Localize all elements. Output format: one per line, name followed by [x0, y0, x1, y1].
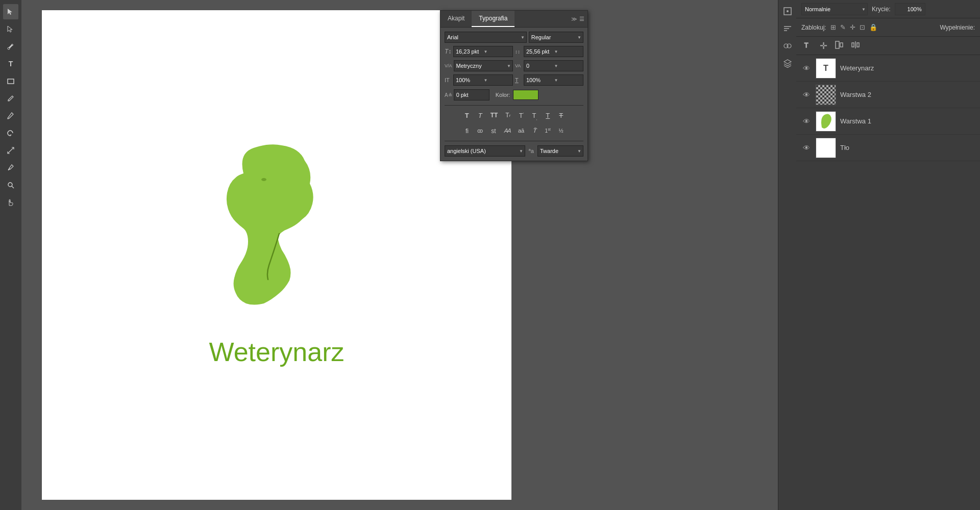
layer-weterynarz-name: Weterynarz: [840, 64, 975, 72]
fmt-ae[interactable]: Ꜳ: [502, 126, 512, 136]
leading-value: 25,56 pkt: [526, 48, 554, 55]
fmt-loop[interactable]: ꝏ: [476, 126, 485, 136]
pencil-tool[interactable]: [3, 91, 18, 106]
panel-menu-icon[interactable]: ☰: [579, 16, 584, 22]
align-tool-btn[interactable]: [780, 21, 795, 36]
lock-label: Zablokuj:: [801, 24, 826, 31]
scale-h-icon: T: [515, 77, 522, 83]
direct-select-tool[interactable]: [3, 21, 18, 37]
layer-warstwa2[interactable]: 👁 Warstwa 2: [796, 82, 980, 108]
fmt-st[interactable]: st: [489, 126, 498, 136]
lock-artboard-icon[interactable]: ⊡: [860, 23, 865, 31]
zoom-tool[interactable]: [3, 177, 18, 193]
font-size-arrow: ▼: [484, 49, 512, 54]
lock-pen-icon[interactable]: ✎: [840, 23, 846, 31]
layer-tlo[interactable]: 👁 Tło: [796, 135, 980, 161]
layer-warstwa1-name: Warstwa 1: [840, 117, 975, 125]
distribute-icon[interactable]: [849, 39, 862, 53]
blend-mode-select[interactable]: Normalnie Mnożenie Ekran: [801, 3, 868, 15]
opacity-input[interactable]: [895, 3, 925, 15]
svg-point-7: [787, 10, 789, 12]
rectangle-tool[interactable]: [3, 73, 18, 89]
color-mode-btn[interactable]: [780, 39, 795, 53]
move-tool-icon[interactable]: ✛: [818, 39, 829, 53]
hyphen-select-wrapper: Twarde Automatyczne ▼: [537, 145, 583, 157]
fmt-aa[interactable]: aā: [517, 126, 526, 136]
fmt-strikethrough[interactable]: T: [556, 111, 566, 121]
leading-field: ↕↕ 25,56 pkt ▼: [515, 46, 583, 57]
tab-typografia[interactable]: Typografia: [472, 11, 514, 27]
layer-warstwa2-thumb-content: [816, 85, 836, 105]
lock-all-icon[interactable]: 🔒: [869, 23, 877, 31]
fmt-superscript[interactable]: T': [517, 111, 526, 121]
scale-v-arrow: ▼: [484, 78, 512, 83]
font-size-input-wrapper[interactable]: 16,23 pkt ▼: [453, 46, 513, 57]
fmt-fi[interactable]: fi: [462, 126, 472, 136]
eyedropper-tool[interactable]: [3, 160, 18, 175]
leading-input-wrapper[interactable]: 25,56 pkt ▼: [524, 46, 583, 57]
transform-icon-1[interactable]: T: [801, 39, 815, 53]
select-tool[interactable]: [3, 4, 18, 19]
fmt-allcaps[interactable]: TT: [489, 111, 500, 121]
language-select[interactable]: angielski (USA): [445, 145, 525, 157]
transform-tool-btn[interactable]: [780, 4, 795, 18]
fmt-smallcaps[interactable]: Tr: [503, 111, 512, 121]
layer-tlo-thumb: [816, 138, 836, 158]
typography-panel: Akapit Typografia ≫ ☰ Arial ▼: [440, 10, 588, 161]
font-family-wrapper: Arial ▼: [445, 32, 527, 43]
layer-weterynarz[interactable]: 👁 T Weterynarz: [796, 55, 980, 82]
layer-weterynarz-visibility[interactable]: 👁: [801, 64, 812, 72]
layer-warstwa1-visibility[interactable]: 👁: [801, 117, 812, 125]
color-swatch[interactable]: [513, 90, 538, 100]
scale-tool[interactable]: [3, 143, 18, 158]
layer-warstwa1[interactable]: 👁 Warstwa 1: [796, 108, 980, 135]
panel-expand-icon[interactable]: ≫: [571, 16, 577, 22]
layer-tlo-thumb-content: [816, 138, 836, 158]
hyphen-select[interactable]: Twarde Automatyczne: [537, 145, 583, 157]
baseline-field: A≗ 0 pkt: [445, 89, 489, 100]
scale-h-field: T 100% ▼: [515, 74, 583, 86]
font-style-select[interactable]: Regular Bold Italic: [529, 32, 583, 43]
layer-tlo-visibility[interactable]: 👁: [801, 144, 812, 152]
divider-1: [445, 105, 583, 106]
leading-icon: ↕↕: [515, 49, 522, 55]
baseline-input[interactable]: 0 pkt: [454, 89, 489, 100]
layers-panel-btn[interactable]: [780, 56, 795, 70]
hand-tool[interactable]: [3, 195, 18, 210]
scale-row: IT 100% ▼ T 100% ▼: [445, 74, 583, 86]
tab-akapit[interactable]: Akapit: [440, 11, 472, 27]
panel-body: Arial ▼ Regular Bold Italic ▼: [440, 28, 587, 161]
fmt-ordinal[interactable]: 1st: [543, 126, 552, 136]
main-area: Weterynarz Akapit Typografia ≫ ☰ Arial: [21, 0, 778, 510]
baseline-icon: A≗: [445, 92, 452, 98]
fmt-subscript[interactable]: T,: [530, 111, 539, 121]
layer-tlo-name: Tło: [840, 144, 975, 151]
baseline-value: 0 pkt: [456, 92, 488, 98]
tracking-select[interactable]: Metryczny: [454, 60, 513, 71]
layer-weterynarz-thumb: T: [816, 58, 836, 79]
mode-select-wrapper: Normalnie Mnożenie Ekran ▼: [801, 3, 868, 15]
kerning-input-wrapper[interactable]: 0 ▼: [524, 60, 583, 71]
font-family-select[interactable]: Arial: [445, 32, 527, 43]
fmt-bold-t[interactable]: T: [462, 111, 472, 121]
pen-tool[interactable]: [3, 39, 18, 54]
brush-tool[interactable]: [3, 108, 18, 123]
mode-opacity-bar: Normalnie Mnożenie Ekran ▼ Krycie:: [796, 0, 980, 18]
svg-rect-11: [836, 41, 839, 48]
fmt-fraction[interactable]: ½: [556, 126, 566, 136]
fmt-underline[interactable]: T: [543, 111, 552, 121]
font-size-field: T↕ 16,23 pkt ▼: [445, 46, 513, 57]
layer-warstwa2-visibility[interactable]: 👁: [801, 91, 812, 99]
lock-toggle-icon[interactable]: ⊞: [830, 23, 836, 31]
fmt-ordinal-t[interactable]: T̈: [530, 126, 539, 136]
scale-h-input[interactable]: 100% ▼: [524, 74, 583, 86]
panel-tabs: Akapit Typografia ≫ ☰: [440, 11, 587, 28]
rotate-tool[interactable]: [3, 125, 18, 141]
lock-move-icon[interactable]: ✛: [850, 23, 855, 31]
right-panel: Normalnie Mnożenie Ekran ▼ Krycie: Zablo…: [796, 0, 980, 510]
fmt-italic-t[interactable]: T: [476, 111, 485, 121]
type-tool[interactable]: T: [3, 56, 18, 71]
kerning-value: 0: [526, 63, 554, 69]
scale-v-input[interactable]: 100% ▼: [453, 74, 513, 86]
align-icon[interactable]: [832, 39, 846, 53]
